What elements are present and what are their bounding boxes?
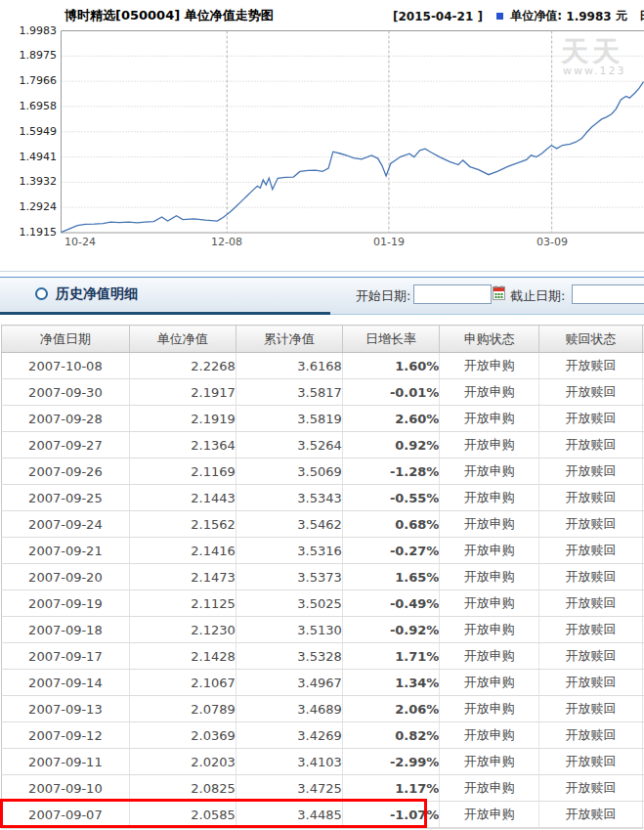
cell-redeem-status: 开放赎回: [539, 775, 643, 802]
cell-redeem-status: 开放赎回: [539, 406, 643, 432]
cell-date: 2007-09-10: [2, 775, 130, 802]
x-tick-label: 10-24: [64, 236, 96, 248]
cell-date: 2007-09-12: [2, 722, 130, 749]
history-nav-table: 净值日期单位净值累计净值日增长率申购状态赎回状态 2007-10-082.226…: [1, 325, 644, 828]
cell-redeem-status: 开放赎回: [539, 485, 643, 511]
cell-growth: -1.07%: [342, 802, 440, 828]
cell-date: 2007-09-30: [2, 379, 130, 406]
cell-date: 2007-09-24: [2, 511, 130, 538]
cell-cum-nav: 3.5069: [236, 459, 342, 485]
cell-unit-nav: 2.0203: [129, 749, 236, 775]
y-tick-label: 1.4941: [0, 151, 57, 163]
cell-purchase-status: 开放申购: [440, 353, 539, 379]
cell-date: 2007-09-19: [2, 590, 130, 617]
nav-legend-square-icon: [496, 13, 503, 20]
table-row: 2007-09-172.14283.53281.71%开放申购开放赎回: [2, 643, 644, 670]
y-tick-label: 1.1915: [0, 226, 57, 239]
cell-redeem-status: 开放赎回: [539, 432, 643, 459]
cell-purchase-status: 开放申购: [440, 617, 539, 643]
cell-purchase-status: 开放申购: [440, 406, 539, 432]
column-header: 申购状态: [440, 326, 539, 353]
cell-cum-nav: 3.5343: [236, 485, 342, 511]
table-row: 2007-09-252.14433.5343-0.55%开放申购开放赎回: [2, 485, 644, 511]
cell-purchase-status: 开放申购: [440, 590, 539, 617]
cell-cum-nav: 3.5817: [236, 379, 342, 406]
cell-unit-nav: 2.1919: [129, 406, 236, 432]
table-header-row: 净值日期单位净值累计净值日增长率申购状态赎回状态: [2, 326, 644, 353]
section-title: 历史净值明细: [56, 285, 138, 303]
cell-unit-nav: 2.1067: [129, 670, 236, 696]
cell-redeem-status: 开放赎回: [539, 353, 643, 379]
calendar-icon[interactable]: [493, 285, 505, 300]
cell-purchase-status: 开放申购: [440, 722, 539, 749]
cell-cum-nav: 3.5462: [236, 511, 342, 538]
cell-cum-nav: 3.4269: [236, 722, 342, 749]
cell-date: 2007-09-07: [2, 802, 130, 828]
y-tick-label: 1.3932: [0, 175, 57, 188]
cell-redeem-status: 开放赎回: [539, 459, 643, 485]
cell-purchase-status: 开放申购: [440, 802, 539, 828]
table-row: 2007-09-132.07893.46892.06%开放申购开放赎回: [2, 696, 644, 722]
end-date-input[interactable]: [572, 284, 644, 304]
cell-unit-nav: 2.1364: [129, 432, 236, 459]
cell-unit-nav: 2.1917: [129, 379, 236, 406]
table-row: 2007-09-182.12303.5130-0.92%开放申购开放赎回: [2, 617, 644, 643]
cell-purchase-status: 开放申购: [440, 432, 539, 459]
cell-growth: 1.71%: [342, 643, 440, 670]
cell-growth: -2.99%: [342, 749, 440, 775]
cell-date: 2007-09-18: [2, 617, 130, 643]
cell-growth: 1.34%: [342, 670, 440, 696]
nav-legend-value: 1.9983: [566, 10, 611, 23]
cell-date: 2007-09-21: [2, 538, 130, 564]
cell-date: 2007-09-14: [2, 670, 130, 696]
cell-unit-nav: 2.1169: [129, 459, 236, 485]
column-header: 日增长率: [342, 326, 440, 353]
chart-info: [2015-04-21 ] 单位净值: 1.9983 元 日增长率:3.6: [393, 8, 644, 24]
cell-date: 2007-09-27: [2, 432, 130, 459]
cell-redeem-status: 开放赎回: [539, 749, 643, 775]
cell-cum-nav: 3.5819: [236, 406, 342, 432]
start-date-input[interactable]: [413, 284, 492, 304]
section-divider: [0, 271, 644, 272]
cell-unit-nav: 2.1443: [129, 485, 236, 511]
cell-redeem-status: 开放赎回: [539, 670, 643, 696]
table-row: 2007-09-302.19173.5817-0.01%开放申购开放赎回: [2, 379, 644, 406]
cell-redeem-status: 开放赎回: [539, 538, 643, 564]
table-row: 2007-09-122.03693.42690.82%开放申购开放赎回: [2, 722, 644, 749]
cell-redeem-status: 开放赎回: [539, 564, 643, 590]
cell-cum-nav: 3.5316: [236, 538, 342, 564]
cell-cum-nav: 3.4103: [236, 749, 342, 775]
cell-date: 2007-09-17: [2, 643, 130, 670]
table-row: 2007-09-272.13643.52640.92%开放申购开放赎回: [2, 432, 644, 459]
x-tick-label: 01-19: [373, 236, 405, 248]
y-tick-label: 1.9983: [0, 24, 57, 37]
nav-unit-label: 元: [616, 9, 627, 22]
start-date-label: 开始日期:: [356, 287, 410, 305]
bullet-circle-icon: [35, 287, 48, 300]
cell-cum-nav: 3.4725: [236, 775, 342, 802]
cell-date: 2007-09-11: [2, 749, 130, 775]
cell-growth: 0.68%: [342, 511, 440, 538]
cell-growth: -0.49%: [342, 590, 440, 617]
column-header: 累计净值: [236, 326, 342, 353]
cell-purchase-status: 开放申购: [440, 564, 539, 590]
cell-redeem-status: 开放赎回: [539, 590, 643, 617]
cell-redeem-status: 开放赎回: [539, 643, 643, 670]
bar-underline-dark: [0, 312, 330, 315]
growth-label: 日增长率:: [639, 9, 644, 22]
cell-unit-nav: 2.0789: [129, 696, 236, 722]
cell-growth: 0.82%: [342, 722, 440, 749]
cell-unit-nav: 2.1125: [129, 590, 236, 617]
cell-redeem-status: 开放赎回: [539, 379, 643, 406]
table-row: 2007-09-282.19193.58192.60%开放申购开放赎回: [2, 406, 644, 432]
column-header: 净值日期: [2, 326, 130, 353]
cell-redeem-status: 开放赎回: [539, 722, 643, 749]
cell-growth: -0.01%: [342, 379, 440, 406]
cell-unit-nav: 2.1473: [129, 564, 236, 590]
cell-cum-nav: 3.4967: [236, 670, 342, 696]
table-row: 2007-09-102.08253.47251.17%开放申购开放赎回: [2, 775, 644, 802]
y-tick-label: 1.7966: [0, 74, 57, 87]
cell-redeem-status: 开放赎回: [539, 802, 643, 828]
cell-growth: 1.17%: [342, 775, 440, 802]
chart-title: 博时精选[050004] 单位净值走势图: [64, 7, 274, 24]
